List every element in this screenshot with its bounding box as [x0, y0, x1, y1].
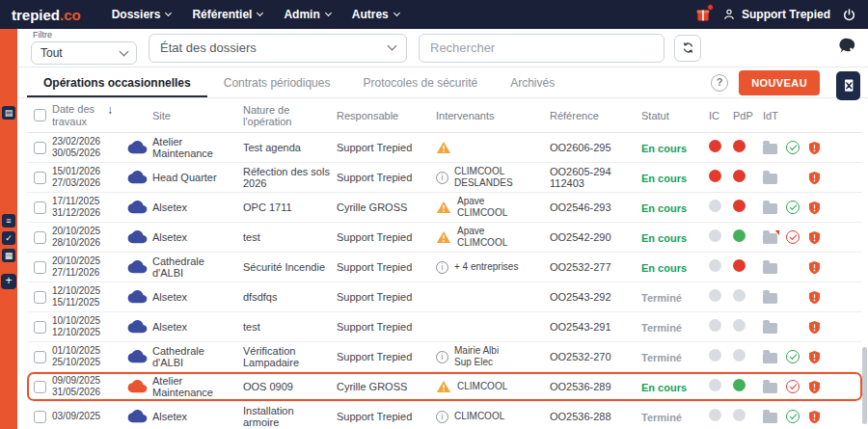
row-checkbox[interactable]	[34, 291, 46, 304]
brand-logo[interactable]: trepied.co	[12, 7, 81, 23]
shield-alert-icon[interactable]	[808, 260, 821, 275]
folder-icon[interactable]	[763, 144, 777, 154]
check-circle-icon[interactable]	[786, 230, 800, 244]
user-label: Support Trepied	[742, 8, 830, 21]
refresh-button[interactable]	[674, 35, 701, 62]
idt-cell	[763, 171, 836, 185]
calendar-icon[interactable]	[2, 249, 15, 262]
excel-export-button[interactable]	[836, 71, 860, 100]
sort-desc-icon	[107, 103, 113, 117]
tab-contrats-periodiques[interactable]: Contrats périodiques	[207, 67, 347, 97]
refresh-icon	[681, 40, 695, 55]
table-row[interactable]: 17/11/2025 31/12/2026 Alsetex OPC 1711 C…	[27, 193, 862, 223]
folder-icon[interactable]	[763, 293, 777, 304]
row-checkbox[interactable]	[34, 351, 46, 363]
status-badge: Terminé	[641, 352, 682, 363]
chevron-down-icon	[388, 41, 397, 51]
folder-icon[interactable]	[763, 413, 777, 423]
row-checkbox[interactable]	[34, 172, 46, 184]
shield-alert-icon[interactable]	[808, 290, 821, 305]
panel-icon[interactable]	[2, 106, 15, 120]
header-date-travaux[interactable]: Date des travaux	[52, 103, 127, 128]
row-checkbox[interactable]	[34, 201, 46, 214]
intervenants-cell: + 4 entreprises	[436, 261, 550, 274]
user-menu[interactable]: Support Trepied	[722, 8, 830, 21]
tab-protocoles-securite[interactable]: Protocoles de sécurité	[346, 67, 494, 97]
folder-icon[interactable]	[763, 383, 777, 393]
select-all-checkbox[interactable]	[34, 109, 46, 121]
check-circle-icon[interactable]	[786, 410, 800, 423]
filtre-select[interactable]: Tout	[31, 41, 137, 65]
shield-alert-icon[interactable]	[808, 171, 821, 185]
folder-icon[interactable]	[763, 174, 777, 184]
row-checkbox[interactable]	[34, 261, 46, 274]
shield-alert-icon[interactable]	[808, 320, 821, 335]
table-row[interactable]: 01/10/2025 25/10/2025 Cathedrale d'ALBI …	[27, 342, 862, 372]
cloud-icon	[127, 380, 148, 393]
nature-cell: Sécurité Incendie	[243, 261, 337, 274]
table-row[interactable]: 10/10/2025 12/10/2025 Alsetex test Suppo…	[27, 312, 862, 342]
nav-dossiers[interactable]: Dossiers	[112, 8, 172, 21]
table-row[interactable]: 12/10/2025 15/11/2025 Alsetex dfsdfqs Su…	[27, 282, 862, 312]
responsable-cell: Cyrille GROSS	[337, 381, 436, 393]
gift-icon[interactable]	[695, 7, 711, 22]
row-checkbox[interactable]	[34, 321, 46, 334]
folder-icon[interactable]	[763, 353, 777, 363]
check-circle-icon[interactable]	[786, 350, 800, 363]
shield-alert-icon[interactable]	[808, 201, 821, 215]
check-circle-icon[interactable]	[786, 380, 800, 393]
excel-icon	[842, 78, 855, 94]
folder-icon[interactable]	[763, 203, 777, 214]
nav-autres[interactable]: Autres	[352, 8, 399, 21]
reference-cell: OO2532-277	[550, 261, 641, 274]
pdp-indicator	[733, 349, 746, 362]
folder-icon[interactable]	[763, 263, 777, 274]
tab-operations-occasionnelles[interactable]: Opérations occasionnelles	[27, 67, 207, 97]
shield-alert-icon[interactable]	[808, 380, 821, 394]
site-cell: Alsetex	[152, 231, 243, 244]
tasks-icon[interactable]	[2, 231, 15, 245]
nav-referentiel[interactable]: Référentiel	[192, 8, 262, 21]
date-range: 12/10/2025 15/11/2025	[52, 285, 127, 309]
check-circle-icon[interactable]	[786, 201, 800, 214]
table-row[interactable]: 23/02/2026 30/05/2026 Atelier Maintenanc…	[27, 133, 862, 163]
etat-dossiers-select[interactable]: État des dossiers	[149, 34, 407, 63]
ic-indicator	[709, 289, 721, 302]
table-row[interactable]: 03/09/2025 Alsetex Installation armoire …	[27, 402, 862, 429]
nature-cell: OPC 1711	[243, 201, 337, 214]
list-view-icon[interactable]	[2, 214, 15, 228]
shield-alert-icon[interactable]	[808, 350, 821, 364]
shield-alert-icon[interactable]	[808, 141, 821, 155]
shield-alert-icon[interactable]	[808, 410, 821, 424]
idt-cell	[763, 201, 836, 215]
row-checkbox[interactable]	[34, 411, 46, 423]
table-row[interactable]: 15/01/2026 27/03/2026 Head Quarter Réfec…	[27, 163, 862, 193]
ic-indicator	[709, 170, 721, 182]
row-checkbox[interactable]	[34, 142, 46, 154]
status-badge: En cours	[641, 143, 687, 154]
idt-cell	[763, 260, 836, 275]
intervenants-cell: CLIMCOOL	[436, 380, 550, 393]
search-input[interactable]	[419, 34, 665, 63]
power-icon[interactable]	[842, 8, 856, 22]
check-circle-icon[interactable]	[786, 141, 800, 154]
table-row[interactable]: 09/09/2025 31/05/2026 Atelier Maintenanc…	[27, 372, 862, 402]
reference-cell: OO2542-290	[550, 231, 641, 244]
status-badge: En cours	[641, 382, 687, 393]
tab-archives[interactable]: Archivés	[494, 67, 571, 97]
table-row[interactable]: 20/10/2025 28/10/2026 Alsetex test Suppo…	[27, 223, 862, 253]
sidebar-add-button[interactable]	[1, 274, 16, 289]
table-row[interactable]: 20/10/2025 27/11/2026 Cathedrale d'ALBI …	[27, 253, 862, 282]
nav-admin[interactable]: Admin	[284, 8, 330, 21]
help-button[interactable]: ?	[711, 74, 728, 92]
row-checkbox[interactable]	[34, 381, 46, 393]
nouveau-button[interactable]: NOUVEAU	[739, 70, 820, 95]
chat-bubble-icon[interactable]	[838, 37, 856, 59]
folder-icon[interactable]	[763, 323, 777, 334]
folder-icon[interactable]	[763, 233, 777, 244]
row-checkbox[interactable]	[34, 231, 46, 244]
intervenants-cell: ApaveCLIMCOOL	[436, 196, 550, 219]
vertical-scrollbar[interactable]	[862, 347, 867, 424]
warning-icon	[436, 201, 451, 214]
shield-alert-icon[interactable]	[808, 230, 821, 245]
